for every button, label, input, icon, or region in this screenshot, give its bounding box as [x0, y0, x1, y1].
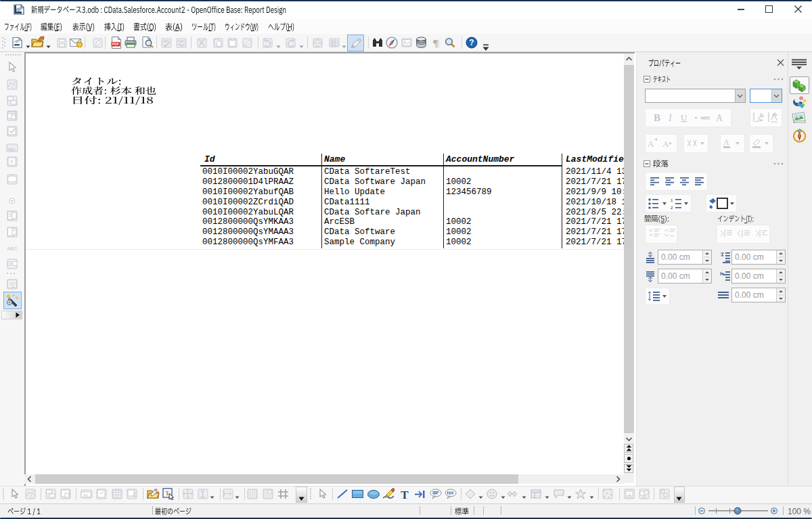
svg-text:¶: ¶ — [433, 38, 438, 49]
svg-text:ABC: ABC — [7, 147, 16, 151]
svg-text:A: A — [627, 492, 631, 497]
svg-text:IML: IML — [83, 493, 89, 497]
svg-text:N: N — [798, 129, 801, 133]
svg-text:ABC: ABC — [7, 246, 18, 252]
svg-text:A: A — [716, 113, 723, 123]
svg-text:ABC: ABC — [162, 39, 170, 43]
svg-text:2: 2 — [671, 206, 673, 210]
svg-text:#: # — [11, 159, 14, 164]
svg-text:A: A — [648, 139, 654, 149]
svg-text:I: I — [668, 113, 673, 123]
svg-text:T: T — [165, 490, 169, 497]
svg-text:PDF: PDF — [112, 42, 119, 46]
svg-text:B: B — [654, 112, 660, 123]
svg-text:T: T — [401, 489, 409, 500]
svg-text:ABC: ABC — [701, 116, 710, 120]
svg-text:A: A — [723, 137, 729, 147]
svg-text:U: U — [681, 112, 687, 122]
svg-text:?: ? — [469, 38, 474, 47]
svg-text:A: A — [662, 139, 669, 149]
svg-text:ABC: ABC — [177, 39, 185, 43]
svg-text:¶: ¶ — [435, 38, 440, 49]
svg-text:1: 1 — [671, 198, 673, 202]
